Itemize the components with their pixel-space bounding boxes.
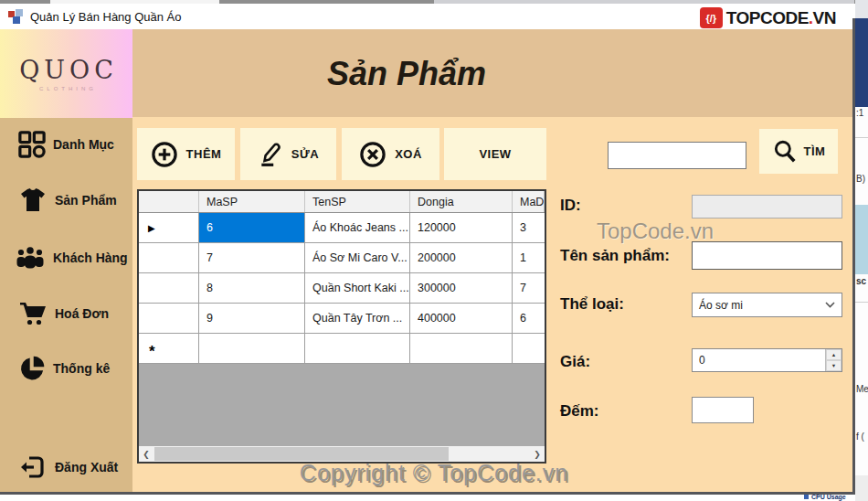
current-row-arrow-icon: ▶ [148, 223, 155, 233]
cell-masp[interactable]: 8 [199, 273, 305, 303]
cell-tensp[interactable]: Quần Short Kaki ... [305, 273, 410, 303]
column-header-dongia[interactable]: Dongia [410, 191, 513, 212]
table-empty-area [139, 364, 545, 446]
sidebar-label: Hoá Đơn [55, 306, 109, 321]
sidebar-item-thong-ke[interactable]: Thống kê [18, 351, 130, 386]
search-input[interactable] [608, 142, 746, 169]
table-header-row: MaSP TenSP Dongia MaD [139, 191, 545, 213]
category-selected-value: Áo sơ mi [693, 299, 818, 312]
table-row[interactable]: ▶ 6 Áo Khoác Jeans ... 120000 3 [139, 213, 545, 243]
shop-logo: QUOC CLOTHING [0, 29, 132, 118]
view-button-label: VIEW [479, 147, 511, 161]
spinner-up-icon[interactable]: ▲ [826, 349, 842, 360]
add-button-label: THÊM [186, 147, 222, 161]
panel-watermark: TopCode.vn [577, 219, 733, 244]
product-name-field[interactable] [692, 241, 842, 270]
delete-button-label: XOÁ [395, 147, 422, 161]
customers-icon [15, 246, 46, 270]
category-icon [18, 131, 46, 158]
view-button[interactable]: VIEW [444, 128, 546, 180]
edit-button[interactable]: SỬA [240, 128, 336, 180]
cell-masp[interactable]: 6 [199, 213, 305, 242]
cell-dongia[interactable]: 200000 [410, 243, 513, 272]
scrollbar-thumb[interactable] [154, 447, 449, 461]
category-dropdown[interactable]: Áo sơ mi [692, 293, 842, 317]
cell-masp[interactable]: 7 [199, 243, 305, 272]
price-spinner: ▲ ▼ [825, 349, 842, 371]
spinner-down-icon[interactable]: ▼ [826, 360, 842, 371]
sidebar-label: Sản Phẩm [55, 193, 117, 208]
category-label: Thể loại: [560, 295, 624, 314]
add-button[interactable]: THÊM [137, 128, 235, 180]
cell-masp[interactable]: 9 [199, 304, 305, 333]
cell-mad[interactable]: 7 [513, 273, 545, 303]
count-label: Đếm: [560, 402, 599, 421]
window-bottom-border [0, 492, 855, 495]
screen: Quản Lý Bán Hàng Quần Áo {/} TOPCODE.VN … [0, 0, 868, 501]
row-header-cell [139, 191, 199, 212]
cell-tensp[interactable]: Quần Tây Trơn ... [305, 304, 410, 333]
footer-watermark: Copyright © TopCode.vn [256, 460, 612, 486]
cell-tensp[interactable]: Áo Khoác Jeans ... [305, 213, 410, 242]
topcode-brace-icon: {/} [700, 7, 723, 28]
sidebar-label: Thống kê [53, 361, 110, 376]
page-title: Sản Phẩm [327, 55, 486, 93]
cpu-usage-fragment: CPU Usage [804, 494, 846, 500]
shop-logo-title: QUOC [15, 56, 118, 84]
edit-button-label: SỬA [291, 147, 319, 161]
logout-icon [18, 454, 48, 480]
app-icon [8, 9, 23, 24]
column-header-masp[interactable]: MaSP [199, 191, 305, 212]
pencil-icon [258, 142, 283, 167]
background-window-edge: :1 B) sc Me f ( [855, 0, 868, 501]
find-button-label: TÌM [804, 144, 826, 158]
column-header-tensp[interactable]: TenSP [305, 191, 410, 212]
topcode-logo: {/} TOPCODE.VN [700, 7, 836, 28]
shop-logo-subtitle: CLOTHING [36, 86, 97, 91]
table-new-row[interactable]: * [139, 334, 545, 364]
find-button[interactable]: TÌM [759, 129, 838, 174]
piechart-icon [18, 355, 46, 382]
window-title: Quản Lý Bán Hàng Quần Áo [30, 10, 182, 24]
cell-dongia[interactable]: 120000 [410, 213, 513, 242]
topcode-wordmark: TOPCODE.VN [726, 8, 836, 28]
cart-icon [18, 301, 48, 326]
cell-dongia[interactable]: 400000 [410, 304, 513, 333]
price-value[interactable]: 0 [693, 349, 825, 371]
sidebar-item-hoa-don[interactable]: Hoá Đơn [18, 296, 130, 331]
table-row[interactable]: 7 Áo Sơ Mi Caro V... 200000 1 [139, 243, 545, 273]
id-field[interactable] [692, 195, 842, 219]
id-label: ID: [560, 197, 581, 215]
new-row-asterisk-icon: * [149, 340, 155, 357]
page-header: Sản Phẩm [132, 29, 852, 117]
column-header-mad[interactable]: MaD [513, 191, 545, 212]
cell-mad[interactable]: 6 [513, 304, 545, 333]
plus-circle-icon [151, 141, 178, 168]
price-stepper[interactable]: 0 ▲ ▼ [692, 348, 842, 372]
products-table[interactable]: MaSP TenSP Dongia MaD ▶ 6 Áo Khoác Jeans… [137, 189, 546, 464]
sidebar-item-danh-muc[interactable]: Danh Mục [18, 127, 130, 162]
sidebar-item-dang-xuat[interactable]: Đăng Xuất [18, 450, 130, 485]
cell-mad[interactable]: 1 [513, 243, 545, 272]
title-bar: Quản Lý Bán Hàng Quần Áo {/} TOPCODE.VN [0, 4, 852, 29]
search-icon [772, 139, 798, 165]
sidebar-label: Đăng Xuất [55, 460, 118, 474]
scroll-left-icon[interactable]: ❮ [139, 446, 153, 462]
sidebar-label: Khách Hàng [53, 250, 128, 265]
chevron-down-icon [818, 302, 842, 308]
table-row[interactable]: 8 Quần Short Kaki ... 300000 7 [139, 273, 545, 304]
sidebar-item-khach-hang[interactable]: Khách Hàng [15, 240, 126, 275]
cell-tensp[interactable]: Áo Sơ Mi Caro V... [305, 243, 410, 272]
sidebar-item-san-pham[interactable]: Sản Phẩm [18, 183, 130, 218]
tshirt-icon [18, 187, 48, 213]
delete-button[interactable]: XOÁ [342, 128, 439, 180]
count-field[interactable] [692, 397, 754, 423]
table-row[interactable]: 9 Quần Tây Trơn ... 400000 6 [139, 304, 545, 334]
product-name-label: Tên sản phẩm: [560, 247, 670, 265]
cell-mad[interactable]: 3 [513, 213, 545, 242]
price-label: Giá: [560, 353, 590, 371]
background-window-titlebar [855, 18, 868, 107]
x-circle-icon [359, 141, 386, 168]
cell-dongia[interactable]: 300000 [410, 273, 513, 303]
cpu-usage-icon [804, 495, 809, 499]
